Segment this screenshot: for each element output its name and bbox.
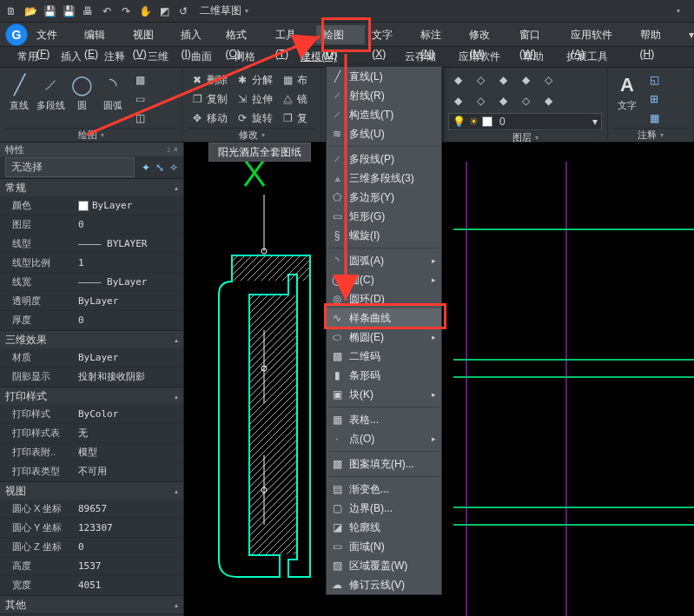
menu-x[interactable]: 文字(X) — [365, 25, 413, 44]
rotate-button[interactable]: ⟳旋转 — [233, 109, 276, 127]
menu-item-block[interactable]: ▣块(K) — [327, 385, 441, 404]
undo-icon[interactable]: ↶ — [101, 5, 113, 17]
ribbon-tab-3[interactable]: 三维 — [142, 48, 174, 66]
prop-row[interactable]: 宽度4051 — [0, 576, 183, 595]
layer-btn-3[interactable]: ◆ — [493, 71, 512, 89]
prop-value[interactable]: 1537 — [75, 560, 183, 572]
prop-row[interactable]: 圆心 X 坐标89657 — [0, 500, 183, 519]
prop-row[interactable]: 打印表类型不可用 — [0, 462, 183, 481]
menu-o[interactable]: 格式(O) — [219, 25, 268, 44]
chevron-down-icon[interactable]: ▾ — [535, 134, 539, 142]
rect2-icon-btn[interactable]: ◫ — [130, 109, 149, 127]
prop-group-header[interactable]: 打印样式▴ — [0, 387, 183, 405]
menu-item-table[interactable]: ▦表格... — [327, 410, 441, 429]
qat-overflow-icon[interactable]: ▾ — [677, 7, 680, 15]
new-icon[interactable]: 🗎 — [5, 5, 17, 17]
palette-pin-icon[interactable]: ⟂ × — [167, 145, 178, 154]
move-button[interactable]: ✥移动 — [188, 109, 231, 127]
prop-row[interactable]: 线型比例1 — [0, 254, 183, 273]
prop-value[interactable]: 无 — [75, 427, 183, 440]
prop-row[interactable]: 透明度ByLayer — [0, 292, 183, 311]
menubar-overflow-icon[interactable]: ▾ — [689, 29, 694, 41]
prop-value[interactable]: 不可用 — [75, 465, 183, 478]
quick-access-toolbar[interactable]: 🗎 📂 💾 💾 🖶 ↶ ↷ ✋ ◩ ↺ 二维草图 ▾ ▾ — [0, 0, 694, 23]
menu-item-revc[interactable]: ☁修订云线(V) — [327, 575, 441, 594]
prop-row[interactable]: 打印样式表无 — [0, 424, 183, 443]
prop-row[interactable]: 图层0 — [0, 215, 183, 235]
prop-value[interactable]: 4051 — [75, 580, 183, 591]
prop-group-header[interactable]: 三维效果▴ — [0, 331, 183, 348]
menu-n[interactable]: 标注(N) — [413, 25, 462, 44]
ribbon-tab-1[interactable]: 插入 — [56, 48, 87, 66]
prop-row[interactable]: 线宽———— ByLayer — [0, 273, 183, 292]
layer-btn-9[interactable]: ◇ — [516, 92, 535, 109]
prop-row[interactable]: 厚度0 — [0, 311, 183, 330]
menu-item-circ[interactable]: ◯圆(C) — [327, 270, 441, 289]
layer-btn-8[interactable]: ◆ — [493, 92, 512, 109]
copy-button[interactable]: ❐复制 — [188, 90, 231, 108]
hatch-icon-btn[interactable]: ▩ — [130, 71, 149, 89]
hand-icon[interactable]: ✋ — [139, 5, 151, 17]
menu-item-grad[interactable]: ▤渐变色... — [327, 480, 441, 499]
prop-row[interactable]: 高度1537 — [0, 557, 183, 576]
prop-value[interactable]: ———— ByLayer — [75, 276, 183, 288]
menubar[interactable]: G 文件(F)编辑(E)视图(V)插入(I)格式(O)工具(T)绘图(D)文字(… — [0, 23, 694, 47]
filter-icon[interactable]: ✧ — [169, 162, 178, 174]
menu-item-sil[interactable]: ◪轮廓线 — [327, 518, 441, 537]
prop-row[interactable]: 阴影显示投射和接收阴影 — [0, 368, 183, 387]
prop-value[interactable]: ByLayer — [75, 200, 183, 211]
ribbon-tab-2[interactable]: 注释 — [99, 48, 130, 66]
menu-e[interactable]: 编辑(E) — [77, 25, 126, 44]
menu-m[interactable]: 修改(M) — [462, 25, 512, 44]
prop-value[interactable]: 123307 — [75, 522, 183, 533]
menu-item-qr[interactable]: ▩二维码 — [327, 347, 441, 366]
explode-button[interactable]: ✱分解 — [233, 71, 276, 89]
save-icon[interactable]: 💾 — [43, 5, 56, 17]
menu-item-pl[interactable]: ⟋多段线(P) — [327, 149, 441, 169]
pick-icon[interactable]: ⤡ — [155, 162, 164, 174]
chevron-down-icon[interactable]: ▾ — [101, 131, 104, 139]
prop-value[interactable]: 模型 — [75, 446, 183, 459]
prop-value[interactable]: ByLayer — [75, 295, 183, 307]
properties-header[interactable]: 特性 ⟂ × — [0, 142, 183, 156]
array-button[interactable]: ▦布 — [278, 71, 311, 89]
menu-item-arc[interactable]: ◝圆弧(A) — [327, 251, 441, 270]
chevron-down-icon[interactable]: ▾ — [660, 131, 664, 139]
menu-item-poly[interactable]: ⬠多边形(Y) — [327, 188, 441, 207]
open-icon[interactable]: 📂 — [24, 5, 36, 17]
prop-group-header[interactable]: 视图▴ — [0, 482, 183, 500]
menu-item-rect[interactable]: ▭矩形(G) — [327, 207, 441, 226]
erase-button[interactable]: ✖删除 — [188, 71, 231, 89]
menu-item-point[interactable]: ·点(O) — [327, 429, 441, 448]
layer-btn-7[interactable]: ◇ — [471, 92, 490, 109]
mirror-button[interactable]: ⧋镜 — [278, 90, 311, 108]
layer-btn-10[interactable]: ◆ — [539, 92, 558, 109]
menu-item-donut[interactable]: ◎圆环(D) — [327, 289, 441, 308]
saveall-icon[interactable]: 💾 — [63, 5, 75, 17]
circle-button[interactable]: ◯圆 — [68, 71, 96, 112]
ribbon-tabs[interactable]: 常用插入注释三维曲面网格建模(M)云存储应用软件帮助扩展工具 — [0, 47, 694, 68]
prop-value[interactable]: 0 — [75, 541, 183, 553]
prop-value[interactable]: 0 — [75, 219, 183, 230]
prop-row[interactable]: 打印表附..模型 — [0, 443, 183, 462]
menu-item-bound[interactable]: ▢边界(B)... — [327, 499, 441, 518]
menu-a[interactable]: 应用软件(A) — [564, 25, 633, 44]
prop-value[interactable]: 89657 — [75, 503, 183, 514]
menu-item-mline[interactable]: ≋多线(U) — [327, 124, 441, 143]
menu-item-bar[interactable]: ▮条形码 — [327, 366, 441, 385]
prop-row[interactable]: 颜色ByLayer — [0, 196, 183, 215]
selection-combo[interactable]: 无选择 — [5, 157, 135, 177]
menu-h[interactable]: 帮助(H) — [633, 25, 682, 44]
menu-f[interactable]: 文件(F) — [30, 25, 77, 44]
arc-button[interactable]: ◝圆弧 — [99, 71, 127, 112]
text-button[interactable]: A 文字 — [613, 71, 641, 112]
menu-item-wipe[interactable]: ▨区域覆盖(W) — [327, 556, 441, 575]
pline-button[interactable]: ⟋多段线 — [36, 71, 64, 112]
annot-btn-2[interactable]: ⊞ — [644, 90, 664, 108]
annot-btn-1[interactable]: ◱ — [644, 71, 664, 89]
arrow-icon[interactable]: ↺ — [177, 5, 189, 17]
menu-t[interactable]: 工具(T) — [268, 25, 316, 44]
prop-value[interactable]: 0 — [75, 315, 183, 326]
menu-item-pl3[interactable]: ⟁三维多段线(3) — [327, 169, 441, 188]
app-logo[interactable]: G — [5, 23, 28, 46]
